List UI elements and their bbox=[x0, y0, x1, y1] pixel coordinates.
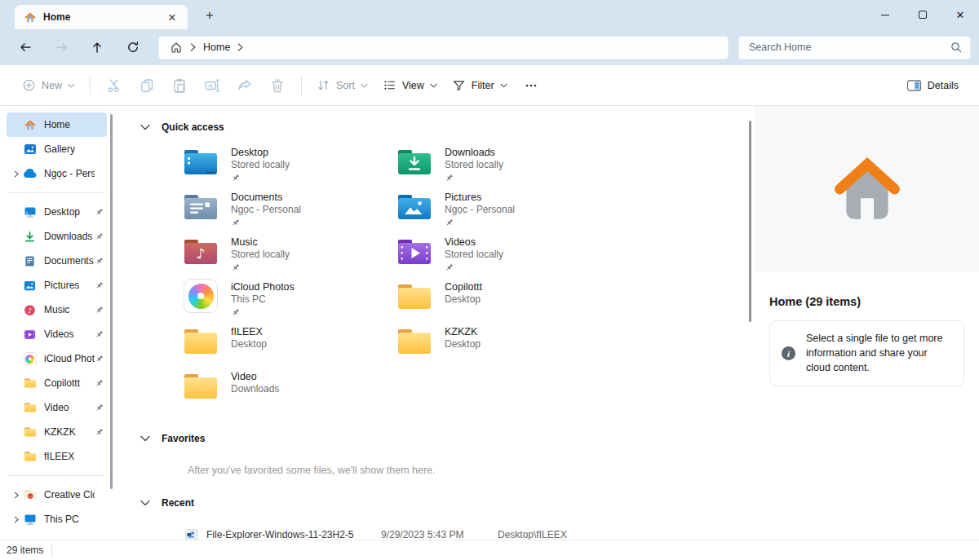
paste-button[interactable] bbox=[163, 72, 196, 99]
item-name: iCloud Photos bbox=[231, 280, 295, 293]
quick-access-item-icloud-photos[interactable]: iCloud Photos This PC bbox=[183, 280, 396, 324]
share-icon bbox=[237, 77, 253, 94]
home-outline-icon[interactable] bbox=[170, 41, 183, 54]
sidebar-item-creative-cloud[interactable]: ∞ Creative Cloud Files bbox=[7, 483, 107, 507]
sidebar-separator bbox=[8, 192, 104, 193]
scissors-icon bbox=[106, 77, 122, 94]
sidebar-item-fileex[interactable]: fILEEX bbox=[7, 444, 107, 469]
pin-icon bbox=[95, 355, 105, 364]
cut-button[interactable] bbox=[98, 72, 131, 99]
pin-icon bbox=[231, 218, 240, 227]
quick-access-item-videos[interactable]: Videos Stored locally bbox=[396, 235, 610, 280]
recent-file-row[interactable]: File-Explorer-Windows-11-23H2-5 9/29/202… bbox=[140, 522, 755, 540]
arrow-up-icon bbox=[91, 41, 104, 54]
music-icon: ♪ bbox=[23, 303, 37, 317]
recent-files-list: File-Explorer-Windows-11-23H2-5 9/29/202… bbox=[140, 522, 755, 540]
minimize-icon bbox=[881, 15, 889, 15]
quick-access-item-fileex[interactable]: fILEEX Desktop bbox=[183, 324, 396, 369]
chevron-down-icon[interactable] bbox=[140, 500, 150, 506]
chevron-right-icon[interactable] bbox=[237, 43, 243, 51]
folder-icon bbox=[23, 377, 37, 390]
item-subtitle: Stored locally bbox=[445, 159, 503, 171]
refresh-button[interactable] bbox=[119, 35, 147, 60]
sidebar-item-pictures[interactable]: Pictures bbox=[7, 273, 107, 298]
sidebar-item-this-pc[interactable]: This PC bbox=[7, 507, 107, 531]
chevron-right-icon[interactable] bbox=[10, 170, 22, 178]
breadcrumb[interactable]: Home bbox=[158, 36, 729, 60]
plus-circle-icon bbox=[22, 78, 36, 92]
sidebar-item-kzkzk[interactable]: KZKZK bbox=[7, 420, 107, 444]
paste-icon bbox=[171, 77, 188, 94]
tab-home[interactable]: Home ✕ bbox=[15, 5, 188, 29]
chevron-right-icon[interactable] bbox=[10, 492, 22, 499]
more-options-button[interactable] bbox=[515, 72, 547, 99]
toolbar-separator bbox=[301, 76, 302, 95]
pin-icon bbox=[95, 281, 105, 290]
quick-access-item-music[interactable]: ♪ Music Stored locally bbox=[183, 235, 396, 280]
back-button[interactable] bbox=[11, 35, 39, 60]
sidebar-scrollbar[interactable] bbox=[110, 114, 113, 489]
sort-button[interactable]: Sort bbox=[309, 73, 375, 97]
section-header-recent[interactable]: Recent bbox=[140, 496, 755, 510]
minimize-button[interactable] bbox=[866, 0, 904, 29]
forward-button[interactable] bbox=[47, 35, 75, 60]
tab-close-icon[interactable]: ✕ bbox=[163, 8, 181, 26]
sidebar-item-videos[interactable]: Videos bbox=[7, 322, 107, 346]
breadcrumb-item-home[interactable]: Home bbox=[203, 42, 230, 53]
videos-folder-icon bbox=[396, 236, 432, 267]
close-button[interactable]: ✕ bbox=[941, 0, 979, 29]
quick-access-item-desktop[interactable]: Desktop Stored locally bbox=[183, 145, 396, 190]
sidebar-item-downloads[interactable]: Downloads bbox=[7, 224, 107, 249]
folder-icon bbox=[183, 370, 219, 401]
sidebar-item-documents[interactable]: Documents bbox=[7, 249, 107, 273]
pin-icon bbox=[445, 218, 454, 227]
image-file-icon bbox=[185, 528, 198, 540]
sidebar-item-copilottt[interactable]: Copilottt bbox=[7, 371, 107, 395]
new-tab-button[interactable]: + bbox=[199, 5, 220, 26]
sidebar-item-home[interactable]: Home bbox=[7, 112, 107, 137]
view-button[interactable]: View bbox=[375, 73, 445, 97]
navigation-sidebar: Home Gallery Ngọc - Personal Desktop bbox=[0, 106, 114, 540]
chevron-down-icon[interactable] bbox=[140, 124, 150, 130]
search-input[interactable] bbox=[749, 42, 950, 53]
quick-access-item-pictures[interactable]: Pictures Ngọc - Personal bbox=[396, 190, 610, 235]
item-subtitle: Stored locally bbox=[445, 249, 503, 261]
quick-access-item-copilottt[interactable]: Copilottt Desktop bbox=[396, 280, 610, 324]
item-subtitle: Desktop bbox=[445, 338, 481, 351]
sidebar-item-onedrive[interactable]: Ngọc - Personal bbox=[7, 161, 107, 186]
pin-icon bbox=[231, 174, 240, 183]
section-header-quick-access[interactable]: Quick access bbox=[140, 120, 755, 134]
pin-icon bbox=[95, 208, 105, 217]
delete-button[interactable] bbox=[261, 72, 294, 99]
quick-access-item-documents[interactable]: Documents Ngọc - Personal bbox=[183, 190, 396, 235]
folder-icon bbox=[396, 280, 432, 311]
content-scrollbar[interactable] bbox=[749, 121, 751, 322]
creative-cloud-folder-icon: ∞ bbox=[23, 488, 37, 502]
navigation-bar: Home bbox=[0, 29, 979, 65]
item-subtitle: Downloads bbox=[231, 383, 279, 395]
sidebar-item-music[interactable]: ♪ Music bbox=[7, 298, 107, 322]
new-button[interactable]: New bbox=[15, 73, 82, 97]
sidebar-item-desktop[interactable]: Desktop bbox=[7, 200, 107, 224]
section-header-favorites[interactable]: Favorites bbox=[140, 431, 755, 446]
sidebar-item-video[interactable]: Video bbox=[7, 395, 107, 420]
copy-button[interactable] bbox=[131, 72, 163, 99]
quick-access-item-kzkzk[interactable]: KZKZK Desktop bbox=[396, 324, 610, 369]
item-subtitle: Ngọc - Personal bbox=[231, 204, 301, 216]
search-box[interactable] bbox=[738, 36, 971, 60]
sidebar-item-icloud-photos[interactable]: iCloud Photos bbox=[7, 346, 107, 371]
chevron-down-icon[interactable] bbox=[140, 435, 150, 442]
sidebar-item-gallery[interactable]: Gallery bbox=[7, 137, 107, 161]
item-subtitle: Desktop bbox=[445, 293, 482, 306]
quick-access-item-downloads[interactable]: Downloads Stored locally bbox=[396, 145, 610, 190]
quick-access-item-video[interactable]: Video Downloads bbox=[183, 369, 396, 414]
share-button[interactable] bbox=[228, 72, 261, 99]
maximize-button[interactable] bbox=[904, 0, 941, 29]
gallery-icon bbox=[23, 143, 37, 157]
up-button[interactable] bbox=[83, 35, 111, 60]
pin-icon bbox=[95, 257, 105, 266]
rename-button[interactable]: A bbox=[196, 72, 228, 99]
details-toggle-button[interactable]: Details bbox=[899, 74, 966, 97]
filter-button[interactable]: Filter bbox=[445, 73, 515, 97]
chevron-right-icon[interactable] bbox=[10, 516, 22, 523]
